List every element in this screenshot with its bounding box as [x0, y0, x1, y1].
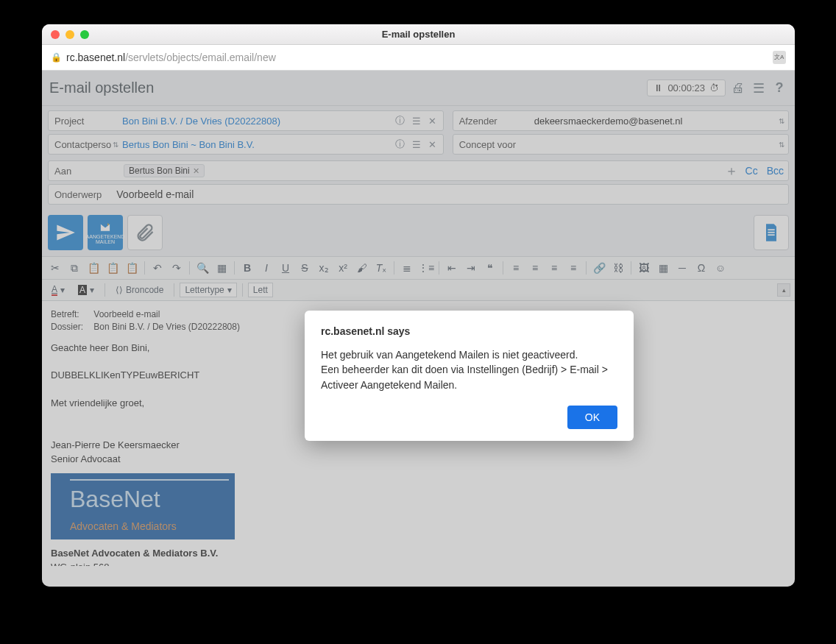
alert-dialog: rc.basenet.nl says Het gebruik van Aange… — [305, 311, 634, 441]
titlebar: E-mail opstellen — [42, 24, 795, 45]
translate-icon[interactable] — [773, 51, 786, 64]
url-path: /servlets/objects/email.email/new — [125, 52, 276, 63]
address-bar: 🔒 rc.basenet.nl/servlets/objects/email.e… — [42, 45, 795, 71]
dialog-body: Het gebruik van Aangetekend Mailen is ni… — [321, 347, 617, 392]
lock-icon: 🔒 — [51, 52, 62, 63]
window-title: E-mail opstellen — [42, 29, 795, 40]
dialog-title: rc.basenet.nl says — [321, 325, 617, 337]
app-window: E-mail opstellen 🔒 rc.basenet.nl/servlet… — [42, 24, 795, 587]
ok-button[interactable]: OK — [567, 406, 617, 429]
url-host: rc.basenet.nl — [66, 52, 125, 63]
